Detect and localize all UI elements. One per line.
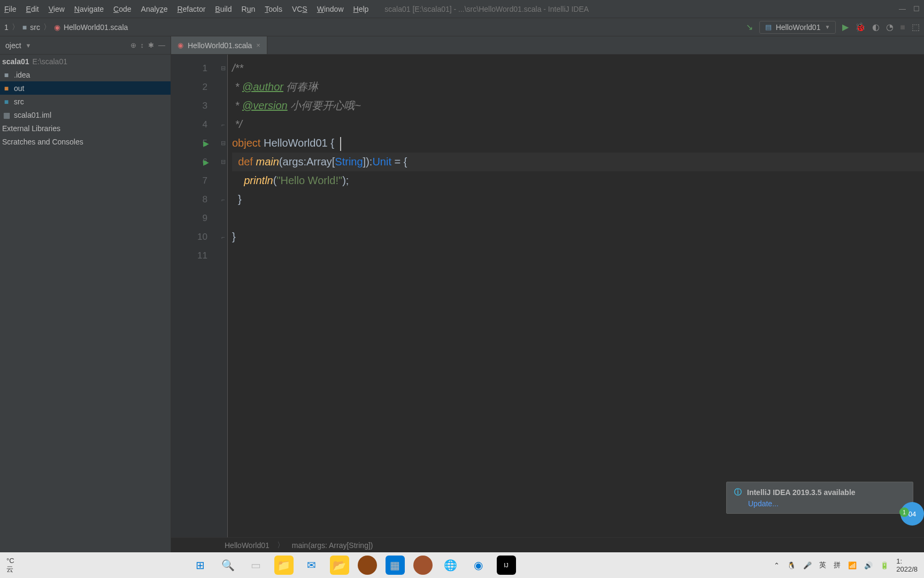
wifi-icon[interactable]: 📶 [848,561,857,569]
code-editor[interactable]: 1 2 3 4 ▶5 ▶6 7 8 9 10 11 ⊟ ⌐ ⊟ ⊟ ⌐ [171,55,924,537]
gutter-line[interactable]: 2 [171,78,219,96]
menu-navigate[interactable]: Navigate [74,5,104,13]
breadcrumb-folder[interactable]: src [30,23,40,32]
menu-run[interactable]: Run [242,5,256,13]
code-content[interactable]: /** * @author 何春琳 * @version 小何要开心哦~ */ … [228,55,924,537]
chrome-icon[interactable]: 🌐 [441,556,460,575]
folder-icon[interactable]: 📂 [330,556,349,575]
profile-icon[interactable]: ◔ [886,22,894,32]
tray-up-icon[interactable]: ⌃ [774,561,780,569]
gutter-line[interactable]: 1 [171,59,219,78]
gutter-line[interactable]: 4 [171,115,219,134]
menu-refactor[interactable]: Refactor [177,5,205,13]
weather-widget[interactable]: °C 云 [6,557,14,574]
run-gutter-icon[interactable]: ▶ [203,158,209,166]
select-opened-file-icon[interactable]: ⊕ [130,41,136,49]
tab-file[interactable]: ◉ HelloWorld01.scala × [171,36,267,54]
gutter-line[interactable]: ▶6 [171,153,219,171]
intellij-icon[interactable]: IJ [497,556,516,575]
menu-window[interactable]: Window [317,5,344,13]
gutter-line[interactable]: 9 [171,209,219,227]
app-icon[interactable] [358,556,377,575]
crumb-function[interactable]: main(args: Array[String]) [292,541,373,550]
search-icon[interactable]: 🔍 [219,556,238,575]
code-line[interactable]: object HelloWorld01 { [232,134,924,153]
search-icon[interactable]: ⬚ [912,22,920,32]
chevron-down-icon[interactable]: ▼ [26,42,32,49]
tree-item-out[interactable]: ■ out [0,81,171,95]
microphone-icon[interactable]: 🎤 [803,561,812,569]
code-line[interactable]: } [232,190,924,209]
menu-vcs[interactable]: VCS [292,5,307,13]
gutter-line[interactable]: 7 [171,171,219,190]
close-icon[interactable]: × [256,41,260,49]
avatar-badge[interactable]: 1 04 [900,502,924,526]
gutter-line[interactable]: ▶5 [171,134,219,153]
project-tree[interactable]: scala01 E:\scala01 ■ .idea ■ out ■ src ▦… [0,55,171,552]
project-title[interactable]: oject [5,41,21,50]
menu-analyze[interactable]: Analyze [141,5,168,13]
gutter-line[interactable]: 3 [171,96,219,115]
tree-root[interactable]: scala01 E:\scala01 [0,55,171,68]
fold-icon[interactable]: ⊟ [219,59,227,78]
volume-icon[interactable]: 🔊 [864,561,873,569]
minimize-icon[interactable]: — [899,5,906,13]
menu-file[interactable]: File [4,5,17,13]
maximize-icon[interactable]: ☐ [913,5,920,13]
code-line[interactable]: * @version 小何要开心哦~ [232,96,924,115]
clock[interactable]: 1: 2022/8 [896,557,918,573]
app-icon[interactable]: ▦ [386,556,405,575]
menu-view[interactable]: View [49,5,65,13]
ime-lang[interactable]: 英 [819,560,826,570]
code-line[interactable]: * @author 何春琳 [232,78,924,96]
task-view-icon[interactable]: ▭ [247,556,266,575]
tree-item-idea[interactable]: ■ .idea [0,68,171,81]
build-hammer-icon[interactable]: ↘ [746,22,753,32]
tree-item-iml[interactable]: ▦ scala01.iml [0,108,171,121]
code-line[interactable] [232,209,924,227]
tray-app-icon[interactable]: 🐧 [787,561,796,569]
ime-mode[interactable]: 拼 [834,560,841,570]
update-link[interactable]: Update... [748,499,905,508]
code-line[interactable]: /** [232,59,924,78]
gutter-line[interactable]: 11 [171,246,219,265]
gutter-line[interactable]: 8 [171,190,219,209]
hide-icon[interactable]: — [158,41,165,49]
tree-external-libs[interactable]: External Libraries [0,121,171,135]
fold-icon[interactable]: ⊟ [219,153,227,171]
breadcrumb-file[interactable]: HelloWorld01.scala [64,23,128,32]
expand-all-icon[interactable]: ↕ [141,41,144,49]
edge-icon[interactable]: ◉ [469,556,488,575]
explorer-icon[interactable]: 📁 [274,556,294,575]
gutter-line[interactable]: 10 [171,227,219,246]
breadcrumb-root[interactable]: 1 [4,23,9,32]
menu-build[interactable]: Build [215,5,232,13]
menu-tools[interactable]: Tools [265,5,282,13]
notification-popup[interactable]: ⓘ IntelliJ IDEA 2019.3.5 available Updat… [726,482,913,514]
fold-end-icon[interactable]: ⌐ [219,190,227,209]
run-icon[interactable]: ▶ [842,22,849,32]
menu-code[interactable]: Code [113,5,131,13]
fold-icon[interactable]: ⊟ [219,134,227,153]
code-line[interactable]: println("Hello World!"); [232,171,924,190]
mail-icon[interactable]: ✉ [302,556,321,575]
code-line[interactable]: */ [232,115,924,134]
code-line[interactable]: def main(args:Array[String]):Unit = { [232,153,924,171]
menu-help[interactable]: Help [353,5,369,13]
tree-scratches[interactable]: Scratches and Consoles [0,135,171,148]
code-line[interactable]: } [232,227,924,246]
start-button[interactable]: ⊞ [191,556,210,575]
gear-icon[interactable]: ✱ [148,41,154,49]
fold-end-icon[interactable]: ⌐ [219,115,227,134]
run-gutter-icon[interactable]: ▶ [203,139,209,148]
menu-edit[interactable]: Edit [26,5,39,13]
run-config-dropdown[interactable]: ▤ HelloWorld01 ▼ [759,21,836,34]
fold-end-icon[interactable]: ⌐ [219,227,227,246]
crumb-object[interactable]: HelloWorld01 [225,541,270,550]
app-icon[interactable] [413,556,433,575]
debug-icon[interactable]: 🐞 [855,22,866,32]
battery-icon[interactable]: 🔋 [880,561,889,569]
code-line[interactable] [232,246,924,265]
tree-item-src[interactable]: ■ src [0,95,171,108]
stop-icon[interactable]: ■ [900,22,905,32]
